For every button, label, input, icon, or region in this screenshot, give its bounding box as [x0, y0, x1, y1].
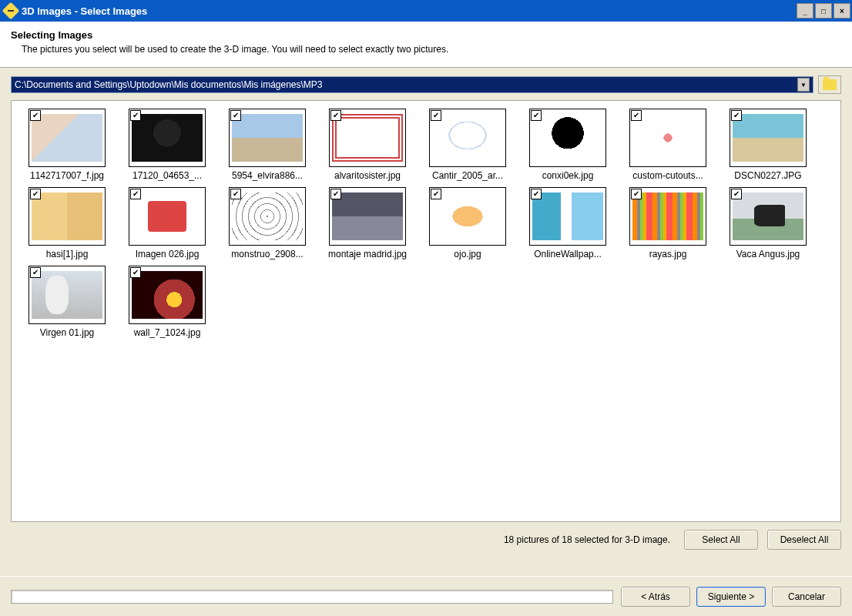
thumbnail-image[interactable]: ✔ — [129, 109, 206, 167]
thumbnail-item[interactable]: ✔conxi0ek.jpg — [520, 109, 616, 181]
thumbnail-image[interactable]: ✔ — [29, 266, 106, 324]
thumbnail-checkbox[interactable]: ✔ — [230, 110, 241, 121]
footer: < Atrás Siguiente > Cancelar — [0, 576, 852, 616]
thumbnail-image[interactable]: ✔ — [529, 109, 606, 167]
thumbnail-checkbox[interactable]: ✔ — [130, 110, 141, 121]
image-placeholder — [432, 114, 503, 162]
thumbnail-label: Imagen 026.jpg — [136, 249, 200, 259]
image-placeholder — [132, 271, 203, 319]
maximize-button[interactable]: □ — [815, 3, 832, 18]
select-all-button[interactable]: Select All — [684, 530, 758, 550]
thumbnail-checkbox[interactable]: ✔ — [30, 189, 41, 199]
thumbnail-label: conxi0ek.jpg — [542, 170, 594, 181]
thumbnail-checkbox[interactable]: ✔ — [431, 189, 441, 199]
thumbnail-checkbox[interactable]: ✔ — [531, 189, 542, 199]
page-title: Selecting Images — [11, 29, 841, 41]
cancel-button[interactable]: Cancelar — [772, 587, 841, 607]
thumbnail-label: Vaca Angus.jpg — [736, 249, 800, 259]
thumbnail-checkbox[interactable]: ✔ — [30, 267, 41, 278]
thumbnail-image[interactable]: ✔ — [229, 187, 306, 246]
minimize-button[interactable]: _ — [797, 3, 813, 18]
thumbnail-label: 17120_04653_... — [132, 170, 202, 181]
thumbnail-label: rayas.jpg — [649, 249, 687, 259]
selection-row: 18 pictures of 18 selected for 3-D image… — [11, 522, 841, 557]
thumbnail-checkbox[interactable]: ✔ — [130, 189, 141, 199]
thumbnail-image[interactable]: ✔ — [629, 187, 706, 246]
back-button[interactable]: < Atrás — [621, 587, 690, 607]
thumbnail-image[interactable]: ✔ — [29, 109, 106, 167]
thumbnail-label: 1142717007_f.jpg — [30, 170, 104, 181]
chevron-down-icon[interactable]: ▼ — [797, 78, 810, 92]
thumbnail-checkbox[interactable]: ✔ — [531, 110, 542, 121]
thumbnail-image[interactable]: ✔ — [129, 266, 206, 324]
thumbnail-item[interactable]: ✔alvaritosister.jpg — [320, 109, 415, 181]
thumbnail-image[interactable]: ✔ — [229, 109, 306, 167]
thumbnail-item[interactable]: ✔custom-cutouts... — [620, 109, 716, 181]
thumbnail-item[interactable]: ✔5954_elvira886... — [220, 109, 315, 181]
thumbnail-image[interactable]: ✔ — [429, 187, 506, 246]
thumbnail-checkbox[interactable]: ✔ — [631, 110, 642, 121]
thumbnail-item[interactable]: ✔ojo.jpg — [420, 187, 515, 259]
thumbnail-image[interactable]: ✔ — [129, 187, 206, 246]
titlebar: 3D Images - Select Images _ □ × — [0, 0, 852, 22]
thumbnail-item[interactable]: ✔wall_7_1024.jpg — [119, 266, 215, 338]
thumbnail-grid: ✔1142717007_f.jpg✔17120_04653_...✔5954_e… — [19, 109, 833, 338]
thumbnail-panel: ✔1142717007_f.jpg✔17120_04653_...✔5954_e… — [11, 100, 841, 522]
app-icon — [2, 2, 20, 20]
thumbnail-item[interactable]: ✔montaje madrid.jpg — [320, 187, 415, 259]
thumbnail-item[interactable]: ✔OnlineWallpap... — [520, 187, 616, 259]
thumbnail-label: Virgen 01.jpg — [40, 327, 95, 338]
path-dropdown[interactable]: C:\Documents and Settings\Uptodown\Mis d… — [11, 76, 813, 93]
thumbnail-image[interactable]: ✔ — [329, 109, 406, 167]
thumbnail-item[interactable]: ✔Cantir_2005_ar... — [420, 109, 515, 181]
image-placeholder — [733, 192, 803, 240]
thumbnail-image[interactable]: ✔ — [429, 109, 506, 167]
thumbnail-item[interactable]: ✔rayas.jpg — [620, 187, 716, 259]
thumbnail-checkbox[interactable]: ✔ — [130, 267, 141, 278]
next-button[interactable]: Siguiente > — [696, 587, 766, 607]
image-placeholder — [532, 114, 603, 162]
thumbnail-image[interactable]: ✔ — [629, 109, 706, 167]
thumbnail-label: custom-cutouts... — [632, 170, 703, 181]
thumbnail-image[interactable]: ✔ — [730, 187, 807, 246]
path-row: C:\Documents and Settings\Uptodown\Mis d… — [11, 75, 841, 94]
thumbnail-label: Cantir_2005_ar... — [432, 170, 503, 181]
thumbnail-item[interactable]: ✔hasi[1].jpg — [19, 187, 115, 259]
thumbnail-checkbox[interactable]: ✔ — [731, 189, 742, 199]
progress-bar — [11, 590, 613, 604]
image-placeholder — [632, 192, 703, 240]
thumbnail-label: wall_7_1024.jpg — [134, 327, 201, 338]
thumbnail-item[interactable]: ✔Virgen 01.jpg — [19, 266, 115, 338]
thumbnail-checkbox[interactable]: ✔ — [431, 110, 441, 121]
image-placeholder — [32, 192, 102, 240]
thumbnail-item[interactable]: ✔1142717007_f.jpg — [19, 109, 115, 181]
thumbnail-label: alvaritosister.jpg — [334, 170, 401, 181]
image-placeholder — [332, 114, 403, 162]
thumbnail-item[interactable]: ✔DSCN0227.JPG — [720, 109, 816, 181]
thumbnail-checkbox[interactable]: ✔ — [330, 189, 341, 199]
image-placeholder — [132, 114, 203, 162]
thumbnail-label: DSCN0227.JPG — [734, 170, 801, 181]
thumbnail-checkbox[interactable]: ✔ — [330, 110, 341, 121]
page-subtitle: The pictures you select will be used to … — [11, 44, 841, 55]
deselect-all-button[interactable]: Deselect All — [767, 530, 841, 550]
browse-button[interactable] — [818, 75, 841, 94]
path-text: C:\Documents and Settings\Uptodown\Mis d… — [15, 79, 323, 90]
image-placeholder — [733, 114, 803, 162]
close-button[interactable]: × — [834, 3, 850, 18]
window-controls: _ □ × — [795, 3, 850, 18]
thumbnail-checkbox[interactable]: ✔ — [731, 110, 742, 121]
thumbnail-item[interactable]: ✔monstruo_2908... — [220, 187, 315, 259]
thumbnail-checkbox[interactable]: ✔ — [230, 189, 241, 199]
image-placeholder — [332, 192, 403, 240]
thumbnail-image[interactable]: ✔ — [730, 109, 807, 167]
thumbnail-item[interactable]: ✔Imagen 026.jpg — [119, 187, 215, 259]
thumbnail-checkbox[interactable]: ✔ — [631, 189, 642, 199]
thumbnail-image[interactable]: ✔ — [529, 187, 606, 246]
image-placeholder — [232, 114, 303, 162]
thumbnail-item[interactable]: ✔Vaca Angus.jpg — [720, 187, 816, 259]
thumbnail-image[interactable]: ✔ — [29, 187, 106, 246]
thumbnail-image[interactable]: ✔ — [329, 187, 406, 246]
thumbnail-checkbox[interactable]: ✔ — [30, 110, 41, 121]
thumbnail-item[interactable]: ✔17120_04653_... — [119, 109, 215, 181]
